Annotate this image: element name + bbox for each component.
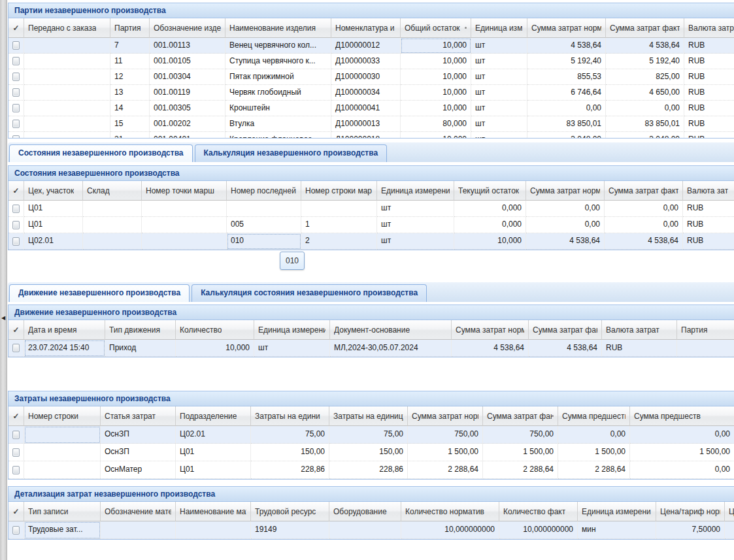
table-cell[interactable]: ОснМатер — [101, 461, 176, 479]
column-header[interactable]: Партия — [677, 320, 734, 340]
table-cell[interactable] — [677, 340, 734, 357]
row-checkbox[interactable] — [12, 431, 20, 439]
table-cell[interactable]: Д100000030 — [331, 69, 401, 85]
table-cell[interactable]: RUB — [683, 217, 734, 233]
row-checkbox[interactable] — [12, 526, 20, 535]
column-header[interactable]: Количество норматив — [401, 502, 499, 521]
table-cell[interactable] — [24, 426, 101, 444]
table-cell[interactable]: RUB — [602, 340, 677, 357]
table-cell[interactable]: 001.00105 — [150, 54, 225, 69]
column-header[interactable]: Сумма затрат факт — [529, 320, 602, 340]
column-header[interactable]: Сумма затрат норм — [452, 320, 529, 340]
table-cell[interactable]: 750,00 — [483, 426, 558, 444]
table-cell[interactable] — [24, 85, 110, 101]
table-cell[interactable]: 10,000000000 — [499, 521, 578, 539]
table-cell[interactable] — [24, 116, 110, 132]
table-cell[interactable]: Крепление фланцевое — [225, 132, 331, 139]
tab-inactive[interactable]: Калькуляция состояния незавершенного про… — [192, 284, 427, 302]
table-cell[interactable]: Кронштейн — [225, 101, 331, 116]
table-cell[interactable]: 2 288,64 — [408, 461, 483, 479]
column-header[interactable]: Ц — [725, 502, 734, 521]
table-row[interactable]: 15001.00202ВтулкаД10000001380,000шт83 85… — [8, 116, 734, 132]
table-cell[interactable]: 3 048,00 — [527, 132, 606, 139]
table-cell[interactable]: RUB — [684, 54, 734, 69]
table-cell[interactable]: 14 — [110, 101, 150, 116]
table-row[interactable]: 7001.00113Венец червячного кол...Д100000… — [8, 38, 734, 54]
table-cell[interactable]: Трудовые зат... — [24, 521, 101, 539]
column-header[interactable]: Затраты на единицу — [329, 406, 408, 426]
table-cell[interactable]: МЛ,2024-30,05.07.2024 — [330, 340, 452, 357]
table-row[interactable]: Трудовые зат...1914910,00000000010,00000… — [8, 521, 734, 539]
row-checkbox[interactable] — [12, 41, 20, 50]
table-cell[interactable] — [24, 38, 110, 54]
column-header[interactable]: Единица измерени — [578, 502, 656, 521]
row-checkbox[interactable] — [12, 466, 20, 474]
table-cell[interactable]: RUB — [684, 116, 734, 132]
checkbox-cell[interactable] — [8, 116, 24, 132]
column-header[interactable]: Валюта зат — [683, 181, 734, 201]
table-cell[interactable]: шт — [471, 101, 527, 116]
table-cell[interactable]: 150,00 — [251, 444, 329, 461]
column-header[interactable]: Обозначение изде — [150, 18, 225, 38]
column-header[interactable]: Сумма затрат факт — [605, 181, 683, 201]
select-all-checkbox[interactable]: ✓ — [8, 320, 24, 340]
table-cell[interactable]: шт — [377, 217, 454, 233]
checkbox-cell[interactable] — [8, 201, 24, 217]
column-header[interactable]: Затраты на едини — [251, 406, 329, 426]
table-cell[interactable]: RUB — [684, 132, 734, 139]
row-checkbox[interactable] — [12, 221, 20, 229]
column-header[interactable]: Наименование изделия — [225, 18, 331, 38]
table-cell[interactable] — [142, 201, 227, 217]
checkbox-cell[interactable] — [8, 38, 24, 54]
table-cell[interactable]: 4 538,64 — [529, 340, 602, 357]
tab-inactive[interactable]: Калькуляция незавершенного производства — [195, 144, 388, 162]
table-row[interactable]: Ц01шт0,0000,000,00RUB — [8, 201, 734, 217]
table-cell[interactable]: Червяк глобоидный — [225, 85, 331, 101]
table-cell[interactable]: Ц01 — [176, 461, 251, 479]
column-header[interactable]: Тип движения — [105, 320, 176, 340]
table-cell[interactable] — [24, 69, 110, 85]
column-header[interactable]: Номер точки марш — [142, 181, 227, 201]
table-cell[interactable]: 13 — [110, 85, 150, 101]
table-cell[interactable]: 6 746,64 — [527, 85, 606, 101]
column-header[interactable]: Тип записи — [24, 502, 101, 521]
table-cell[interactable]: 4 538,64 — [527, 38, 606, 54]
table-cell[interactable]: 001.00113 — [150, 38, 225, 54]
column-header[interactable]: Обозначение мате — [101, 502, 176, 521]
table-cell[interactable]: 750,00 — [408, 426, 483, 444]
checkbox-cell[interactable] — [8, 69, 24, 85]
table-cell[interactable]: 19149 — [251, 521, 329, 539]
table-cell[interactable]: 1 500,00 — [483, 444, 558, 461]
column-header[interactable]: Трудовой ресурс — [251, 502, 329, 521]
table-cell[interactable]: 10,000 — [401, 101, 471, 116]
column-header[interactable]: Сумма затрат норм — [527, 18, 606, 38]
table-cell[interactable]: 855,53 — [527, 69, 606, 85]
column-header[interactable]: Количество факт — [499, 502, 578, 521]
checkbox-cell[interactable] — [8, 521, 24, 539]
table-cell[interactable]: 0,000 — [454, 201, 526, 217]
checkbox-cell[interactable] — [8, 444, 24, 461]
table-cell[interactable] — [24, 54, 110, 69]
left-splitter[interactable]: ◀ — [0, 0, 7, 560]
table-cell[interactable]: Приход — [105, 340, 176, 357]
table-row[interactable]: 12001.00304Пятак прижимнойД10000003010,0… — [8, 69, 734, 85]
table-cell[interactable]: 228,86 — [251, 461, 329, 479]
table-cell[interactable]: шт — [471, 132, 527, 139]
table-cell[interactable]: 12 — [110, 69, 150, 85]
table-cell[interactable]: 0,00 — [630, 426, 734, 444]
table-row[interactable]: 23.07.2024 15:40Приход10,000штМЛ,2024-30… — [8, 340, 734, 357]
row-checkbox[interactable] — [12, 344, 20, 352]
table-cell[interactable] — [227, 201, 301, 217]
column-header[interactable]: Единица измерени — [377, 181, 454, 201]
table-cell[interactable]: Д100000012 — [331, 38, 401, 54]
table-cell[interactable]: Д100000018 — [331, 132, 401, 139]
table-cell[interactable]: 11 — [110, 54, 150, 69]
table-cell[interactable]: 10,000 — [401, 132, 471, 139]
table-cell[interactable]: 83 850,01 — [606, 116, 684, 132]
table-row[interactable]: 14001.00305КронштейнД10000004110,000шт0,… — [8, 101, 734, 116]
column-header[interactable]: Наименование мат — [176, 502, 251, 521]
table-row[interactable]: Ц010051шт0,0000,000,00RUB — [8, 217, 734, 233]
table-row[interactable]: Ц02.010102шт10,0004 538,644 538,64RUB — [8, 233, 734, 250]
table-cell[interactable]: 1 500,00 — [630, 444, 734, 461]
table-cell[interactable] — [24, 444, 101, 461]
